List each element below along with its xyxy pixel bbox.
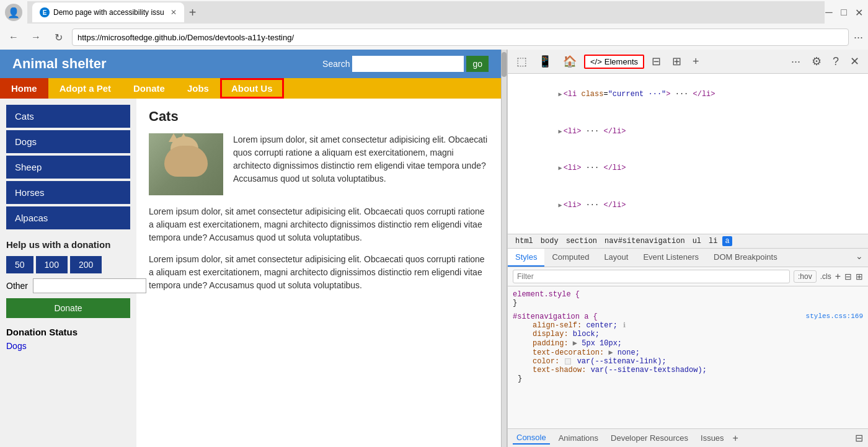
search-input[interactable] — [352, 56, 464, 72]
sidebar-item-dogs[interactable]: Dogs — [6, 130, 130, 153]
user-avatar: 👤 — [5, 4, 22, 21]
padding-expand-icon[interactable]: ▶ — [573, 339, 582, 348]
donation-status-item[interactable]: Dogs — [6, 341, 130, 351]
elements-tab-label: Elements — [604, 57, 638, 66]
style-icon-2[interactable]: ⊞ — [856, 272, 863, 281]
tab-computed[interactable]: Computed — [544, 249, 596, 267]
device-toggle-button[interactable]: ⊞ — [668, 52, 685, 71]
help-button[interactable]: ? — [829, 53, 843, 71]
tab-favicon: E — [40, 7, 50, 17]
breadcrumb-section[interactable]: section — [564, 236, 600, 246]
donation-amounts: 50 100 200 — [6, 256, 130, 273]
amount-100-button[interactable]: 100 — [36, 256, 68, 273]
nav-item-about[interactable]: About Us — [220, 78, 284, 99]
browser-more-button[interactable]: ··· — [854, 31, 863, 44]
sidebar-item-horses[interactable]: Horses — [6, 181, 130, 204]
breadcrumb-html[interactable]: html — [513, 236, 536, 246]
sidebar-item-sheep[interactable]: Sheep — [6, 156, 130, 179]
text-dec-expand-icon[interactable]: ▶ — [608, 348, 617, 357]
nav-item-adopt[interactable]: Adopt a Pet — [48, 78, 122, 99]
add-style-rule-button[interactable]: + — [835, 271, 841, 282]
back-button[interactable]: ← — [5, 29, 22, 46]
styles-filter-input[interactable] — [513, 270, 790, 283]
styles-source-link[interactable]: styles.css:169 — [806, 312, 863, 320]
breadcrumb-nav[interactable]: nav#sitenavigation — [602, 236, 688, 246]
html-line-li-2[interactable]: ▶<li> ··· </li> — [508, 150, 868, 187]
window-controls: ─ □ ✕ — [825, 8, 863, 17]
triangle-icon-2: ▶ — [559, 127, 562, 137]
browser-tab[interactable]: E Demo page with accessibility issu ✕ — [32, 2, 184, 22]
rule-close-brace: } — [513, 374, 863, 383]
scrollbar-thumb[interactable] — [502, 52, 507, 77]
tab-styles[interactable]: Styles — [508, 249, 544, 267]
nav-item-donate[interactable]: Donate — [122, 78, 176, 99]
html-line-li-current[interactable]: ▶<li class="current ···"> ··· </li> — [508, 76, 868, 113]
styles-tab-spacer — [785, 249, 851, 267]
tab-dom-breakpoints[interactable]: DOM Breakpoints — [706, 249, 785, 267]
url-input[interactable] — [72, 29, 849, 46]
page-scrollbar[interactable] — [501, 50, 507, 447]
console-drawer-button[interactable]: ⊟ — [648, 52, 665, 71]
element-style-rule: element.style { } — [513, 290, 863, 308]
lorem-text-2: Lorem ipsum dolor, sit amet consectetur … — [149, 205, 489, 244]
html-line-li-1[interactable]: ▶<li> ··· </li> — [508, 113, 868, 151]
info-icon[interactable]: ℹ — [623, 322, 626, 329]
breadcrumb-a[interactable]: a — [722, 236, 732, 246]
tab-bar: E Demo page with accessibility issu ✕ + — [27, 1, 825, 24]
styles-tab-bar: Styles Computed Layout Event Listeners D… — [508, 249, 868, 267]
hover-state-button[interactable]: :hov — [794, 270, 817, 283]
more-tools-button[interactable]: + — [689, 53, 703, 71]
search-button[interactable]: go — [466, 56, 489, 72]
sitenavigation-a-rule: #sitenavigation a { styles.css:169 align… — [513, 312, 863, 383]
style-icon-1[interactable]: ⊟ — [844, 272, 852, 281]
tab-event-listeners[interactable]: Event Listeners — [636, 249, 706, 267]
breadcrumb-li[interactable]: li — [706, 236, 720, 246]
amount-200-button[interactable]: 200 — [70, 256, 102, 273]
elements-tab[interactable]: </> Elements — [584, 55, 644, 69]
color-swatch-sitenav[interactable] — [565, 358, 571, 365]
close-button[interactable]: ✕ — [854, 8, 863, 17]
more-options-button[interactable]: ··· — [787, 53, 804, 71]
amount-50-button[interactable]: 50 — [6, 256, 33, 273]
address-bar: ← → ↻ ··· — [0, 25, 868, 50]
nav-item-jobs[interactable]: Jobs — [176, 78, 220, 99]
styles-expand-button[interactable]: ⌄ — [851, 249, 868, 267]
sidebar-item-alpacas[interactable]: Alpacas — [6, 206, 130, 229]
nav-item-home[interactable]: Home — [0, 78, 48, 99]
tab-developer-resources[interactable]: Developer Resources — [607, 432, 692, 444]
title-bar: 👤 E Demo page with accessibility issu ✕ … — [0, 0, 868, 25]
dock-side-button[interactable]: ⊟ — [855, 432, 863, 444]
other-label: Other — [6, 281, 28, 291]
new-tab-button[interactable]: + — [189, 6, 197, 20]
forward-button[interactable]: → — [27, 29, 45, 46]
inspect-element-button[interactable]: ⬚ — [513, 52, 531, 71]
class-state-button[interactable]: .cls — [820, 272, 831, 281]
triangle-icon-4: ▶ — [559, 201, 562, 211]
elements-tab-icon: </> — [590, 57, 602, 66]
tab-layout[interactable]: Layout — [596, 249, 636, 267]
tab-animations[interactable]: Animations — [555, 432, 602, 444]
minimize-button[interactable]: ─ — [825, 8, 833, 17]
browser-chrome: 👤 E Demo page with accessibility issu ✕ … — [0, 0, 868, 50]
element-style-close: } — [513, 299, 863, 308]
add-tab-button[interactable]: + — [733, 433, 738, 444]
site-content: Cats Dogs Sheep Horses Alpacas Help us w… — [0, 99, 501, 447]
refresh-button[interactable]: ↻ — [50, 29, 67, 46]
html-tree: ▶<li class="current ···"> ··· </li> ▶<li… — [508, 74, 868, 234]
maximize-button[interactable]: □ — [839, 8, 848, 17]
tab-console[interactable]: Console — [513, 432, 550, 445]
breadcrumb-ul[interactable]: ul — [690, 236, 704, 246]
close-devtools-button[interactable]: ✕ — [846, 52, 863, 71]
other-amount-input[interactable] — [33, 278, 146, 293]
html-line-li-3[interactable]: ▶<li> ··· </li> — [508, 187, 868, 224]
sidebar-item-cats[interactable]: Cats — [6, 105, 130, 128]
tab-close-button[interactable]: ✕ — [170, 8, 177, 17]
breadcrumb-body[interactable]: body — [538, 236, 561, 246]
device-emulation-button[interactable]: 📱 — [534, 52, 556, 71]
tab-issues[interactable]: Issues — [697, 432, 728, 444]
html-line-li-about[interactable]: ▼<li> — [508, 224, 868, 234]
donate-button[interactable]: Donate — [6, 298, 130, 318]
settings-button[interactable]: ⚙ — [808, 52, 825, 71]
home-button[interactable]: 🏠 — [559, 52, 580, 71]
main-area: Animal shelter Search go Home Adopt a Pe… — [0, 50, 868, 447]
